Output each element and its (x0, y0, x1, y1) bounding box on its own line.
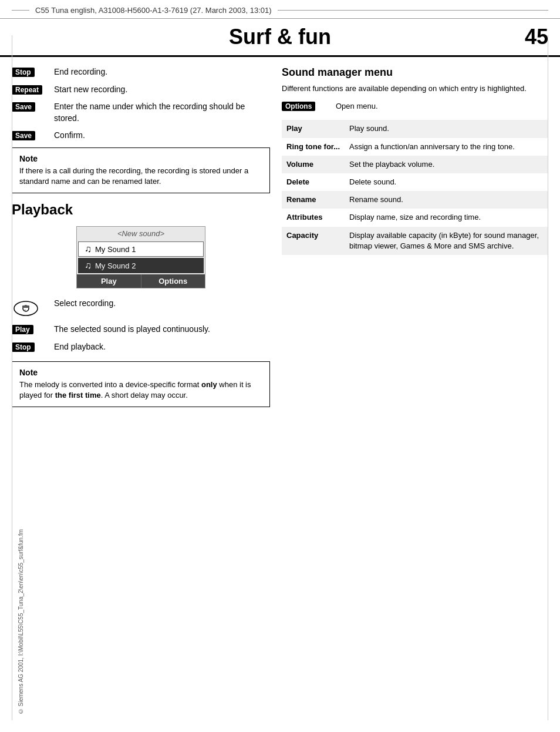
menu-row-volume: Volume Set the playback volume. (282, 156, 548, 173)
options-badge: Options (282, 102, 315, 111)
menu-table: Play Play sound. Ring tone for... Assign… (282, 120, 548, 255)
repeat-badge: Repeat (12, 85, 42, 95)
stop-badge: Stop (12, 68, 35, 77)
sound-manager-desc: Different functions are available depend… (282, 83, 548, 94)
screen-options-btn: Options (141, 274, 205, 288)
note2-plain: The melody is converted into a device-sp… (19, 380, 201, 389)
playback-step-stop: Stop End playback. (12, 341, 270, 353)
playback-step-play: Play The selected sound is played contin… (12, 324, 270, 335)
save1-key: Save (12, 101, 47, 112)
instruction-save1: Save Enter the name under which the reco… (12, 101, 270, 124)
music-icon-1: ♫ (85, 244, 92, 254)
phone-screen: <New sound> ♫ My Sound 1 ♫ My Sound 2 Pl… (76, 226, 205, 288)
play-text: The selected sound is played continuousl… (54, 324, 270, 335)
menu-desc-rename: Rename sound. (345, 191, 548, 209)
nav-key: ≡ (12, 298, 47, 318)
note2-text: The melody is converted into a device-sp… (19, 380, 262, 401)
stop-key: Stop (12, 66, 47, 77)
note2-end: . A short delay may occur. (101, 391, 188, 399)
menu-row-delete: Delete Delete sound. (282, 173, 548, 191)
menu-row-rename: Rename Rename sound. (282, 191, 548, 209)
note2-bold2: the first time (55, 391, 101, 399)
instruction-save2: Save Confirm. (12, 130, 270, 142)
note1-title: Note (19, 154, 262, 163)
menu-key-attributes: Attributes (282, 209, 345, 226)
options-key-cell: Options (282, 101, 329, 111)
right-column: Sound manager menu Different functions a… (282, 66, 548, 415)
menu-desc-attributes: Display name, size and recording time. (345, 209, 548, 226)
nav-icon: ≡ (12, 299, 40, 318)
menu-desc-volume: Set the playback volume. (345, 156, 548, 173)
note-box-2: Note The melody is converted into a devi… (12, 361, 270, 407)
menu-key-capacity: Capacity (282, 227, 345, 255)
menu-desc-play: Play sound. (345, 120, 548, 137)
repeat-key: Repeat (12, 84, 47, 95)
play-key: Play (12, 324, 47, 334)
menu-key-play: Play (282, 120, 345, 137)
menu-row-ringtone: Ring tone for... Assign a function/an an… (282, 138, 548, 156)
menu-key-volume: Volume (282, 156, 345, 173)
screen-play-btn: Play (77, 274, 141, 288)
repeat-text: Start new recording. (54, 84, 270, 96)
save2-badge: Save (12, 131, 35, 140)
menu-key-ringtone: Ring tone for... (282, 138, 345, 156)
footer-copyright: © Siemens AG 2001, I:\Mobil\L55\C55_Tuna… (18, 529, 24, 714)
page-title: Surf & fun (47, 25, 513, 49)
svg-rect-2 (22, 305, 29, 308)
playback-step-nav: ≡ Select recording. (12, 298, 270, 318)
screen-item1-label: My Sound 1 (95, 245, 136, 254)
header-text: C55 Tuna english, A31008-H5600-A1-3-7619… (35, 6, 272, 15)
sound-manager-title: Sound manager menu (282, 66, 548, 79)
menu-desc-ringtone: Assign a function/an anniversary to the … (345, 138, 548, 156)
options-row: Options Open menu. (282, 101, 548, 112)
options-open-text: Open menu. (336, 101, 548, 112)
menu-desc-delete: Delete sound. (345, 173, 548, 191)
screen-item1: ♫ My Sound 1 (78, 241, 204, 257)
screen-new-sound: <New sound> (77, 227, 205, 240)
note2-title: Note (19, 368, 262, 377)
left-column: Stop End recording. Repeat Start new rec… (12, 66, 270, 415)
save2-text: Confirm. (54, 130, 270, 142)
menu-row-play: Play Play sound. (282, 120, 548, 137)
note2-bold1: only (201, 380, 217, 389)
note-box-1: Note If there is a call during the recor… (12, 147, 270, 193)
nav-text: Select recording. (54, 298, 270, 310)
instruction-repeat: Repeat Start new recording. (12, 84, 270, 96)
menu-key-rename: Rename (282, 191, 345, 209)
stop2-text: End playback. (54, 341, 270, 353)
playback-title: Playback (12, 202, 270, 218)
save1-text: Enter the name under which the recording… (54, 101, 270, 124)
screen-item2: ♫ My Sound 2 (78, 258, 204, 273)
menu-key-delete: Delete (282, 173, 345, 191)
screen-item2-label: My Sound 2 (95, 261, 136, 270)
play-badge: Play (12, 325, 33, 334)
screen-buttons: Play Options (77, 274, 205, 288)
music-icon-2: ♫ (85, 260, 92, 271)
stop-text: End recording. (54, 66, 270, 78)
stop2-badge: Stop (12, 343, 35, 352)
menu-desc-capacity: Display available capacity (in kByte) fo… (345, 227, 548, 255)
save2-key: Save (12, 130, 47, 140)
save1-badge: Save (12, 102, 35, 112)
svg-text:≡: ≡ (23, 308, 26, 313)
menu-row-attributes: Attributes Display name, size and record… (282, 209, 548, 226)
title-area: Surf & fun 45 (0, 19, 560, 57)
instruction-stop: Stop End recording. (12, 66, 270, 78)
stop2-key: Stop (12, 341, 47, 352)
page-number: 45 (513, 25, 548, 49)
note1-text: If there is a call during the recording,… (19, 166, 262, 187)
page-header: C55 Tuna english, A31008-H5600-A1-3-7619… (0, 0, 560, 19)
menu-row-capacity: Capacity Display available capacity (in … (282, 227, 548, 255)
